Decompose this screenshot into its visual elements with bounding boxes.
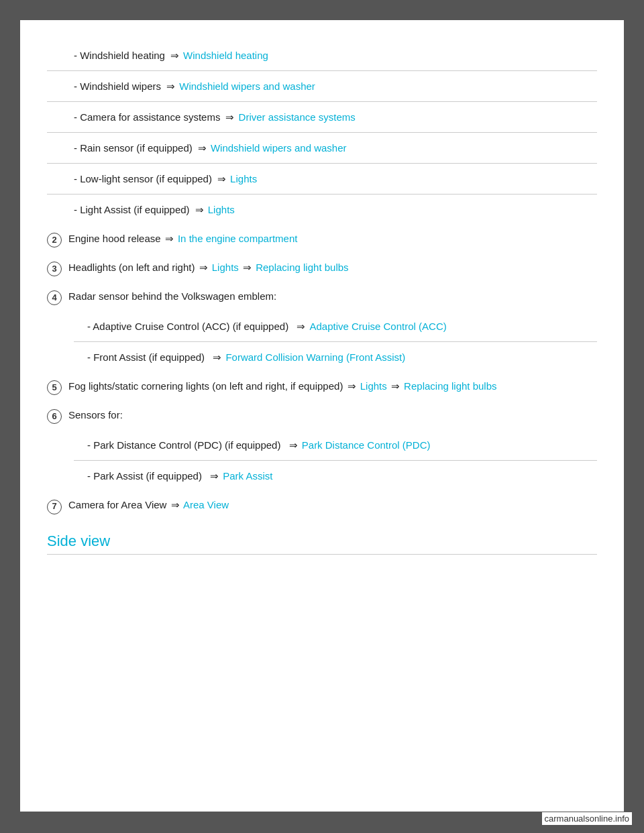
dash: - Camera for assistance systems	[74, 110, 220, 124]
side-view-section: Side view	[47, 533, 597, 555]
numbered-item-4: 4 Radar sensor behind the Volkswagen emb…	[47, 282, 597, 311]
arrow-icon: ⇒	[195, 203, 204, 217]
link-windshield-heating[interactable]: Windshield heating	[183, 48, 268, 62]
list-item: - Light Assist (if equipped) ⇒ Lights	[47, 195, 597, 225]
arrow-icon: ⇒	[297, 319, 305, 333]
arrow-icon: ⇒	[289, 438, 298, 452]
list-item-pdc: - Park Distance Control (PDC) (if equipp…	[74, 430, 597, 461]
list-item: - Low-light sensor (if equipped) ⇒ Light…	[47, 164, 597, 195]
arrow-icon: ⇒	[199, 262, 208, 273]
link-replacing-bulbs-3[interactable]: Replacing light bulbs	[256, 262, 348, 273]
section-title-side-view: Side view	[47, 533, 597, 550]
link-area-view[interactable]: Area View	[183, 499, 229, 510]
circle-number-2: 2	[47, 233, 62, 247]
numbered-item-2: 2 Engine hood release ⇒ In the engine co…	[47, 225, 597, 254]
circle-number-7: 7	[47, 500, 62, 514]
arrow-icon: ⇒	[198, 141, 207, 155]
arrow-icon: ⇒	[225, 110, 234, 124]
item-6-text: Sensors for:	[68, 408, 123, 422]
link-light-assist[interactable]: Lights	[208, 203, 235, 217]
arrow-icon: ⇒	[170, 48, 179, 62]
dash: - Park Distance Control (PDC) (if equipp…	[87, 438, 284, 452]
arrow-icon: ⇒	[171, 499, 180, 510]
watermark: carmanualsonline.info	[542, 812, 632, 825]
circle-number-4: 4	[47, 290, 62, 305]
item-4-text: Radar sensor behind the Volkswagen emble…	[68, 289, 276, 303]
dash: - Rain sensor (if equipped)	[74, 141, 193, 155]
list-item: - Rain sensor (if equipped) ⇒ Windshield…	[47, 133, 597, 164]
sub-items-list: - Windshield heating ⇒ Windshield heatin…	[47, 40, 597, 225]
arrow-icon: ⇒	[165, 233, 174, 244]
arrow-icon: ⇒	[217, 172, 226, 186]
dash: - Park Assist (if equipped)	[87, 469, 205, 483]
link-driver-assistance[interactable]: Driver assistance systems	[239, 110, 356, 124]
link-front-assist[interactable]: Forward Collision Warning (Front Assist)	[225, 350, 405, 364]
dash: - Windshield wipers	[74, 79, 161, 93]
item-5-text: Fog lights/static cornering lights (on l…	[68, 379, 497, 393]
arrow-icon: ⇒	[213, 350, 221, 364]
list-item: - Windshield wipers ⇒ Windshield wipers …	[47, 71, 597, 102]
dash: - Front Assist (if equipped)	[87, 350, 207, 364]
numbered-item-3: 3 Headlights (on left and right) ⇒ Light…	[47, 254, 597, 282]
dash: - Windshield heating	[74, 48, 165, 62]
list-item-front-assist: - Front Assist (if equipped) ⇒ Forward C…	[74, 342, 597, 372]
link-park-assist[interactable]: Park Assist	[223, 469, 272, 483]
link-pdc[interactable]: Park Distance Control (PDC)	[302, 438, 431, 452]
item-2-text: Engine hood release ⇒ In the engine comp…	[68, 231, 297, 245]
item-3-text: Headlights (on left and right) ⇒ Lights …	[68, 260, 349, 274]
link-replacing-bulbs-5[interactable]: Replacing light bulbs	[404, 380, 496, 392]
arrow-icon: ⇒	[391, 380, 400, 392]
arrow-icon: ⇒	[347, 380, 356, 392]
link-engine-compartment[interactable]: In the engine compartment	[178, 233, 297, 244]
link-low-light[interactable]: Lights	[230, 172, 257, 186]
dash: - Light Assist (if equipped)	[74, 203, 190, 217]
arrow-icon: ⇒	[166, 79, 175, 93]
sub-list-4: - Adaptive Cruise Control (ACC) (if equi…	[47, 311, 597, 372]
link-lights-5[interactable]: Lights	[360, 380, 387, 392]
circle-number-6: 6	[47, 409, 62, 424]
page: - Windshield heating ⇒ Windshield heatin…	[20, 20, 624, 812]
list-item: - Camera for assistance systems ⇒ Driver…	[47, 102, 597, 133]
section-divider	[47, 554, 597, 555]
dash: - Low-light sensor (if equipped)	[74, 172, 212, 186]
numbered-item-7: 7 Camera for Area View ⇒ Area View	[47, 491, 597, 520]
dash: - Adaptive Cruise Control (ACC) (if equi…	[87, 319, 291, 333]
arrow-icon: ⇒	[243, 262, 252, 273]
circle-number-5: 5	[47, 380, 62, 395]
list-item: - Windshield heating ⇒ Windshield heatin…	[47, 40, 597, 71]
item-7-text: Camera for Area View ⇒ Area View	[68, 498, 229, 512]
link-windshield-wipers[interactable]: Windshield wipers and washer	[179, 79, 315, 93]
arrow-icon: ⇒	[210, 469, 219, 483]
list-item-acc: - Adaptive Cruise Control (ACC) (if equi…	[74, 311, 597, 342]
numbered-item-5: 5 Fog lights/static cornering lights (on…	[47, 372, 597, 401]
sub-list-6: - Park Distance Control (PDC) (if equipp…	[47, 430, 597, 491]
link-rain-sensor[interactable]: Windshield wipers and washer	[211, 141, 347, 155]
circle-number-3: 3	[47, 262, 62, 276]
numbered-item-6: 6 Sensors for:	[47, 401, 597, 430]
list-item-park-assist: - Park Assist (if equipped) ⇒ Park Assis…	[74, 461, 597, 491]
link-acc[interactable]: Adaptive Cruise Control (ACC)	[309, 319, 446, 333]
link-lights-3[interactable]: Lights	[212, 262, 239, 273]
